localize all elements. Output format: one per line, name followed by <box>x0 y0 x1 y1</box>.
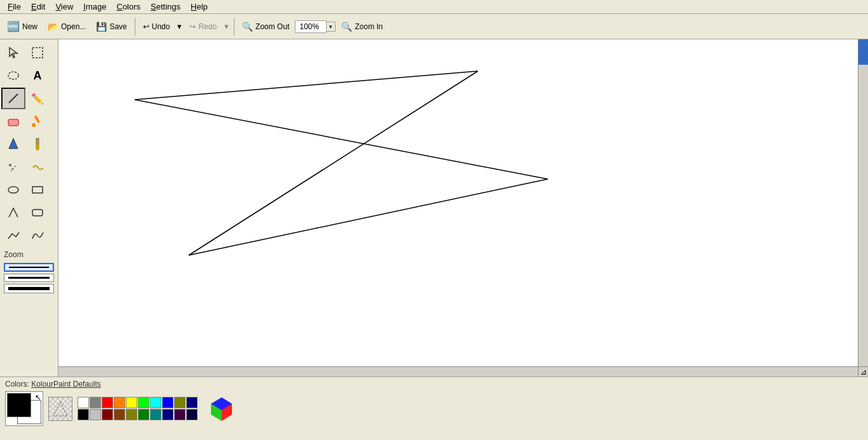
tool-selector[interactable] <box>1 42 25 63</box>
menu-file[interactable]: File <box>3 1 26 13</box>
special-icons <box>48 397 72 421</box>
tool-roundrect[interactable] <box>25 202 50 223</box>
zoom-out-button[interactable]: 🔍 Zoom Out <box>238 19 294 34</box>
undo-dropdown[interactable]: ▾ <box>175 19 184 34</box>
cube-svg <box>208 394 236 423</box>
tool-airbrush[interactable] <box>1 156 25 178</box>
tool-color-picker[interactable] <box>25 110 50 132</box>
tool-eraser[interactable] <box>1 110 25 132</box>
menu-view[interactable]: View <box>50 1 78 13</box>
swatch-olive[interactable] <box>174 397 186 408</box>
swatch-silver[interactable] <box>90 409 101 420</box>
tool-smear[interactable] <box>25 156 50 178</box>
tool-row-2: A <box>1 65 57 86</box>
zoom-in-button[interactable]: 🔍 Zoom In <box>337 19 387 34</box>
redo-label: Redo <box>198 22 217 31</box>
vertical-scrollbar-thumb[interactable] <box>858 39 868 65</box>
stroke-option-1[interactable] <box>4 263 54 272</box>
colors-label: Colors: KolourPaint Defaults <box>5 380 863 389</box>
zoom-in-label: Zoom In <box>355 22 383 31</box>
menu-help[interactable]: Help <box>186 1 213 13</box>
text-icon: A <box>34 69 42 83</box>
tool-rect-select[interactable] <box>25 42 50 63</box>
menu-image[interactable]: Image <box>78 1 111 13</box>
tool-rectangle[interactable] <box>25 179 50 201</box>
pencil-icon: ✏️ <box>31 93 44 105</box>
swatch-maroon[interactable] <box>102 409 113 420</box>
line-icon <box>6 91 20 105</box>
color-preview-box[interactable]: ↖ <box>5 391 43 426</box>
svg-point-2 <box>8 72 18 79</box>
new-icon: 🆕 <box>7 20 20 32</box>
menubar: File Edit View Image Colors Settings Hel… <box>0 0 868 14</box>
swatch-cyan[interactable] <box>150 397 161 408</box>
selector-icon <box>7 46 20 59</box>
canvas-container[interactable] <box>58 39 868 377</box>
tool-row-7 <box>1 179 57 201</box>
redo-dropdown[interactable]: ▾ <box>222 19 231 34</box>
swatch-gray[interactable] <box>90 397 101 408</box>
swatch-blue[interactable] <box>162 397 173 408</box>
zoom-value-display: 100% <box>295 20 327 33</box>
tool-row-8 <box>1 202 57 223</box>
tool-line[interactable] <box>1 88 25 109</box>
polygon-icon <box>6 206 20 220</box>
swatch-darkblue[interactable] <box>162 409 173 420</box>
palette-link[interactable]: KolourPaint Defaults <box>31 380 100 389</box>
swatch-yellow[interactable] <box>126 397 137 408</box>
vertical-scrollbar[interactable] <box>858 39 868 366</box>
rect-select-icon <box>31 46 44 60</box>
swatch-red[interactable] <box>102 397 113 408</box>
rectangle-icon <box>31 183 44 197</box>
new-button[interactable]: 🆕 New <box>3 18 42 35</box>
svg-line-18 <box>135 100 548 179</box>
tool-curve[interactable] <box>25 225 50 246</box>
stroke-option-3[interactable] <box>4 284 54 293</box>
open-button[interactable]: 📂 Open... <box>43 19 90 34</box>
svg-point-10 <box>9 164 11 166</box>
swatch-darkgreen[interactable] <box>138 409 149 420</box>
color-picker-icon <box>31 114 44 128</box>
undo-button[interactable]: ↩ Undo <box>139 20 175 34</box>
transparent-swatch[interactable] <box>48 397 72 421</box>
zoom-value: 100% <box>299 22 319 31</box>
swatch-teal[interactable] <box>150 409 161 420</box>
tool-ellipse-select[interactable] <box>1 65 25 86</box>
swatch-navy[interactable] <box>186 397 198 408</box>
swatch-brown[interactable] <box>114 409 125 420</box>
tool-pencil[interactable]: ✏️ <box>25 88 50 109</box>
svg-rect-8 <box>36 138 39 145</box>
swatch-white[interactable] <box>78 397 89 408</box>
canvas[interactable] <box>58 39 858 377</box>
brush-icon <box>31 137 44 151</box>
tool-fill[interactable] <box>1 133 25 155</box>
horizontal-scrollbar[interactable] <box>58 366 858 377</box>
menu-settings[interactable]: Settings <box>146 1 186 13</box>
stroke-option-2[interactable] <box>4 274 54 282</box>
menu-colors[interactable]: Colors <box>111 1 146 13</box>
svg-point-12 <box>15 166 16 167</box>
tool-row-6 <box>1 156 57 178</box>
svg-rect-16 <box>32 210 43 216</box>
save-button[interactable]: 💾 Save <box>92 19 131 34</box>
main-area: A ✏️ <box>0 39 868 377</box>
tool-polyline[interactable] <box>1 225 25 246</box>
foreground-color[interactable] <box>7 393 31 417</box>
tool-text[interactable]: A <box>25 65 50 86</box>
swatch-purple[interactable] <box>174 409 186 420</box>
swatch-orange[interactable] <box>114 397 125 408</box>
swatch-darknavy[interactable] <box>186 409 198 420</box>
tool-polygon[interactable] <box>1 202 25 223</box>
redo-button[interactable]: ↪ Redo <box>185 20 221 34</box>
swatch-green[interactable] <box>138 397 149 408</box>
tool-ellipse[interactable] <box>1 179 25 201</box>
swatch-black[interactable] <box>78 409 89 420</box>
color-row-1 <box>78 397 198 408</box>
resize-handle[interactable]: ⊿ <box>860 368 867 377</box>
stroke-line-thick <box>8 287 50 290</box>
menu-edit[interactable]: Edit <box>26 1 50 13</box>
tool-brush[interactable] <box>25 133 50 155</box>
swatch-darkolive[interactable] <box>126 409 137 420</box>
zoom-dropdown-button[interactable]: ▾ <box>327 22 336 32</box>
separator-1 <box>135 18 135 36</box>
